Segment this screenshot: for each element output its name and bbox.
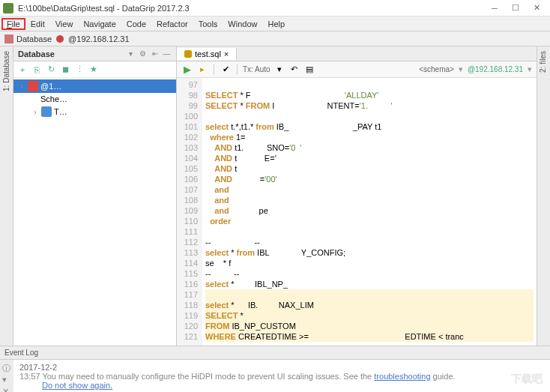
window-title: E:\100be\DataGrip\test.sql - DataGrip 20… (18, 4, 484, 13)
info-icon[interactable]: ⓘ (2, 363, 11, 372)
menu-help[interactable]: Help (262, 18, 290, 30)
chevron-down-icon[interactable]: ▾ (274, 64, 285, 76)
collapse-icon[interactable]: ⇤ (150, 49, 160, 58)
tree-root-label: @1… (40, 82, 61, 91)
gear-icon[interactable]: ⚙ (138, 49, 148, 58)
menu-view[interactable]: View (50, 18, 79, 30)
editor-toolbar: ▶ ▸ ✔ Tx: Auto ▾ ↶ ▤ <schema> ▾ @192.168… (177, 61, 537, 78)
gutter-tab-database[interactable]: 1: Database (1, 46, 12, 96)
connection-ip[interactable]: @192.168.12.31 (468, 65, 523, 73)
app-icon (3, 3, 13, 13)
menu-tools[interactable]: Tools (193, 18, 223, 30)
menu-code[interactable]: Code (121, 18, 151, 30)
datasource-icon (28, 81, 38, 91)
event-time: 13:57 (19, 372, 40, 381)
schema-label: Sche… (40, 94, 67, 103)
maximize-button[interactable]: ☐ (505, 1, 526, 16)
sql-file-icon (184, 50, 192, 58)
nav-ip[interactable]: @192.168.12.31 (68, 34, 130, 43)
rollback-icon[interactable]: ↶ (288, 64, 300, 76)
gutter-tab-files[interactable]: 2: files (537, 46, 549, 77)
duplicate-icon[interactable]: ⎘ (31, 64, 43, 76)
close-button[interactable]: ✕ (526, 1, 547, 16)
tab-label: test.sql (195, 49, 221, 58)
line-gutter: 9798991001011021031041051061071081091101… (177, 78, 202, 346)
menu-navigate[interactable]: Navigate (78, 18, 121, 30)
menu-window[interactable]: Window (223, 18, 262, 30)
tab-close-icon[interactable]: × (224, 49, 229, 58)
run-script-icon[interactable]: ▸ (196, 64, 208, 76)
run-icon[interactable]: ▶ (181, 64, 193, 76)
main-area: 1: Database Database ▾ ⚙ ⇤ — + ⎘ ↻ ◼ ⋮ ★… (0, 46, 550, 346)
watermark: 下载吧 (511, 373, 543, 386)
eventlog-header[interactable]: Event Log (0, 346, 550, 359)
chevron-right-icon: › (31, 107, 39, 116)
editor-tabs: test.sql × (177, 46, 537, 61)
menu-edit[interactable]: Edit (25, 18, 50, 30)
event-text2: guide. (433, 372, 456, 381)
tree-schema-node[interactable]: Sche… (13, 93, 176, 105)
editor-area: test.sql × ▶ ▸ ✔ Tx: Auto ▾ ↶ ▤ <schema>… (177, 46, 537, 346)
titlebar: E:\100be\DataGrip\test.sql - DataGrip 20… (0, 0, 550, 16)
dismiss-link[interactable]: Do not show again. (42, 381, 544, 390)
chevron-right-icon: › (18, 82, 25, 91)
troubleshooting-link[interactable]: troubleshooting (374, 372, 430, 381)
database-icon (4, 34, 13, 43)
nav-separator-icon (56, 35, 64, 43)
separator (237, 64, 238, 75)
menu-file[interactable]: File (1, 18, 25, 30)
breadcrumb: Database @192.168.12.31 (0, 31, 550, 46)
sidebar-toolbar: + ⎘ ↻ ◼ ⋮ ★ (13, 61, 176, 78)
filter-icon[interactable]: ▾ (126, 49, 136, 58)
nav-database-label[interactable]: Database (16, 34, 52, 43)
eventlog-body: 2017-12-2 13:57 You may need to manually… (13, 360, 550, 392)
right-gutter: 2: files (537, 46, 550, 346)
commit-icon[interactable]: ✔ (220, 64, 232, 76)
event-text: You may need to manually configure the H… (42, 372, 372, 381)
sidebar-header: Database ▾ ⚙ ⇤ — (13, 46, 176, 61)
schema-selector[interactable]: <schema> (419, 65, 454, 73)
tree-child-node[interactable]: › T… (13, 105, 176, 118)
add-icon[interactable]: + (16, 64, 28, 76)
event-message: 13:57 You may need to manually configure… (19, 372, 544, 381)
eventlog-toolbar: ⓘ ▾ ✕ (0, 360, 13, 392)
tree-root-node[interactable]: › @1… (13, 79, 176, 93)
database-sidebar: Database ▾ ⚙ ⇤ — + ⎘ ↻ ◼ ⋮ ★ › @1… Sche… (13, 46, 177, 346)
filter-icon[interactable]: ▾ (2, 375, 11, 384)
left-gutter: 1: Database (0, 46, 13, 346)
child-label: T… (54, 107, 67, 116)
database-tree: › @1… Sche… › T… (13, 78, 176, 346)
eventlog: ⓘ ▾ ✕ 2017-12-2 13:57 You may need to ma… (0, 359, 550, 392)
menubar: File Edit View Navigate Code Refactor To… (0, 16, 550, 31)
sidebar-title: Database (18, 49, 126, 58)
folder-icon (41, 106, 52, 117)
tab-testsql[interactable]: test.sql × (177, 48, 237, 60)
separator (214, 64, 214, 75)
more-icon[interactable]: ⋮ (73, 64, 85, 76)
event-date: 2017-12-2 (19, 363, 544, 372)
stop-icon[interactable]: ◼ (59, 64, 71, 76)
tx-mode[interactable]: Tx: Auto (243, 65, 271, 73)
code-content[interactable]: SELECT * F 'ALLDAY'SELECT * FROM I NTENT… (202, 78, 537, 346)
window-controls: ─ ☐ ✕ (484, 1, 547, 16)
clear-icon[interactable]: ✕ (2, 387, 11, 392)
menu-refactor[interactable]: Refactor (151, 18, 193, 30)
code-area[interactable]: 9798991001011021031041051061071081091101… (177, 78, 537, 346)
refresh-icon[interactable]: ↻ (45, 64, 57, 76)
minimize-button[interactable]: ─ (484, 1, 505, 16)
bookmark-icon[interactable]: ★ (88, 64, 100, 76)
history-icon[interactable]: ▤ (303, 64, 315, 76)
hide-icon[interactable]: — (162, 49, 172, 58)
